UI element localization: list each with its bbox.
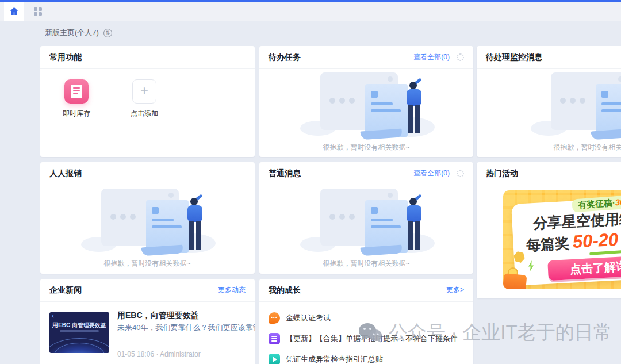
tile-label: 点击添加 bbox=[131, 109, 158, 118]
empty-illustration bbox=[306, 189, 427, 253]
more-news-link[interactable]: 更多动态 bbox=[218, 285, 246, 295]
app-grid-button[interactable] bbox=[28, 2, 48, 21]
tile-label: 即时库存 bbox=[63, 109, 90, 118]
empty-illustration bbox=[87, 189, 208, 253]
cup-decoration bbox=[503, 273, 527, 289]
person-shape bbox=[405, 191, 427, 252]
document-glyph bbox=[71, 85, 82, 98]
more-growth-link[interactable]: 更多> bbox=[446, 285, 464, 295]
list-icon bbox=[269, 333, 280, 344]
card-header: 人人报销 bbox=[40, 162, 255, 185]
card-title: 普通消息 bbox=[269, 168, 301, 179]
growth-item[interactable]: ••• 金蝶认证考试 bbox=[269, 312, 470, 324]
plus-icon: + bbox=[132, 79, 156, 104]
card-reimbursement: 人人报销 很抱歉，暂时没有相关数据~ bbox=[40, 162, 255, 274]
empty-text: 很抱歉，暂时没有相关数据~ bbox=[306, 143, 427, 152]
document-shape bbox=[146, 200, 189, 253]
tab-home[interactable] bbox=[4, 2, 24, 21]
chat-icon: ••• bbox=[269, 312, 280, 324]
card-header: 待办任务 查看全部(0) bbox=[259, 46, 473, 69]
growth-item[interactable]: 凭证生成异常检查指引汇总贴 bbox=[269, 353, 470, 364]
growth-item-label: 金蝶认证考试 bbox=[286, 313, 331, 323]
card-normal-messages: 普通消息 查看全部(0) 很抱歉，暂时没有相关数据~ bbox=[259, 162, 473, 274]
empty-illustration bbox=[536, 72, 621, 137]
empty-state: 很抱歉，暂时没有相关数据~ bbox=[306, 189, 427, 269]
inventory-app-icon bbox=[64, 79, 89, 104]
empty-state: 很抱歉，暂时没有相关数据~ bbox=[87, 189, 208, 269]
page-title: 新版主页(个人7) bbox=[45, 28, 99, 38]
card-title: 待办任务 bbox=[269, 52, 301, 63]
loading-spinner-icon bbox=[457, 170, 464, 177]
empty-text: 很抱歉，暂时没有相关数据~ bbox=[87, 259, 208, 269]
card-my-growth: 我的成长 更多> ••• 金蝶认证考试 【更新】【合集】单据下推时提示：不符合下… bbox=[259, 279, 473, 364]
card-header: 普通消息 查看全部(0) bbox=[259, 162, 473, 185]
quick-tile-add[interactable]: + 点击添加 bbox=[130, 79, 159, 118]
document-shape bbox=[365, 200, 408, 253]
banner-prize-number: 50-20 bbox=[572, 229, 619, 252]
growth-item-label: 【更新】【合集】单据下推时提示：不符合下推条件 bbox=[286, 334, 458, 344]
badge-number: 30 bbox=[615, 197, 621, 207]
card-title: 热门活动 bbox=[486, 168, 518, 179]
view-all-link[interactable]: 查看全部(0) bbox=[413, 52, 450, 62]
empty-illustration bbox=[306, 72, 427, 137]
divider bbox=[109, 363, 246, 363]
page-title-row: 新版主页(个人7) ⇅ bbox=[45, 28, 112, 38]
card-monitor-messages: 待处理监控消息 很抱歉，暂时没有相关数据~ bbox=[477, 46, 621, 157]
person-shape bbox=[405, 75, 427, 136]
card-header: 待处理监控消息 bbox=[477, 46, 621, 69]
empty-state: 很抱歉，暂时没有相关数据~ bbox=[306, 72, 427, 152]
grid-icon bbox=[34, 7, 42, 16]
empty-state: 很抱歉，暂时没有相关数据~ bbox=[536, 72, 621, 152]
card-title: 常用功能 bbox=[49, 52, 82, 63]
badge-text: 有奖征稿· bbox=[577, 197, 615, 209]
card-header: 热门活动 bbox=[477, 162, 621, 185]
thumb-logo: ❮ bbox=[52, 314, 54, 317]
news-title: 用EBC，向管理要效益 bbox=[117, 311, 199, 321]
activity-banner[interactable]: 有奖征稿·30 分享星空使用经验 每篇奖50-20 点击了解详情 bbox=[503, 190, 621, 289]
growth-item[interactable]: 【更新】【合集】单据下推时提示：不符合下推条件 bbox=[269, 332, 470, 345]
document-shape bbox=[365, 84, 408, 137]
quick-tile-inventory[interactable]: 即时库存 bbox=[62, 79, 91, 118]
banner-subtitle-text: 每篇奖 bbox=[526, 235, 569, 253]
news-thumbnail: ❮ 用EBC 向管理要效益 bbox=[49, 312, 109, 353]
card-header: 常用功能 bbox=[40, 46, 255, 69]
tab-bar bbox=[0, 2, 621, 21]
view-all-link[interactable]: 查看全部(0) bbox=[413, 168, 450, 178]
news-description: 未来40年，我们要靠什么？我们更应该靠管理 bbox=[117, 323, 255, 333]
home-icon bbox=[9, 6, 19, 16]
switch-homepage-icon[interactable]: ⇅ bbox=[103, 29, 112, 37]
loading-spinner-icon bbox=[457, 53, 464, 61]
thumb-title: 用EBC 向管理要效益 bbox=[49, 321, 109, 329]
card-enterprise-news: 企业新闻 更多动态 ❮ 用EBC 向管理要效益 用EBC，向管理要效益 未来40… bbox=[40, 279, 255, 364]
thumb-subtitle-bar bbox=[60, 330, 99, 332]
video-icon bbox=[269, 354, 280, 364]
card-title: 待处理监控消息 bbox=[486, 52, 542, 63]
card-title: 企业新闻 bbox=[49, 285, 82, 296]
growth-item-label: 凭证生成异常检查指引汇总贴 bbox=[286, 354, 383, 364]
card-header: 我的成长 更多> bbox=[259, 279, 473, 302]
person-shape bbox=[186, 191, 208, 252]
card-title: 人人报销 bbox=[49, 168, 82, 179]
card-title: 我的成长 bbox=[269, 285, 301, 296]
card-header: 企业新闻 更多动态 bbox=[40, 279, 255, 302]
dashboard-page: 新版主页(个人7) ⇅ 常用功能 即时库存 + 点击添加 待办任务 查看全部(0… bbox=[0, 0, 621, 364]
card-hot-activities: 热门活动 有奖征稿·30 分享星空使用经验 每篇奖50-20 点击了解详情 bbox=[477, 162, 621, 298]
news-meta: 01-05 18:06 · Administrator bbox=[117, 350, 201, 358]
document-shape bbox=[596, 84, 621, 137]
card-todo-tasks: 待办任务 查看全部(0) 很抱歉，暂时没有相关数据~ bbox=[259, 46, 473, 157]
empty-text: 很抱歉，暂时没有相关数据~ bbox=[536, 143, 621, 152]
card-quick-functions: 常用功能 即时库存 + 点击添加 bbox=[40, 46, 255, 157]
empty-text: 很抱歉，暂时没有相关数据~ bbox=[306, 259, 427, 269]
